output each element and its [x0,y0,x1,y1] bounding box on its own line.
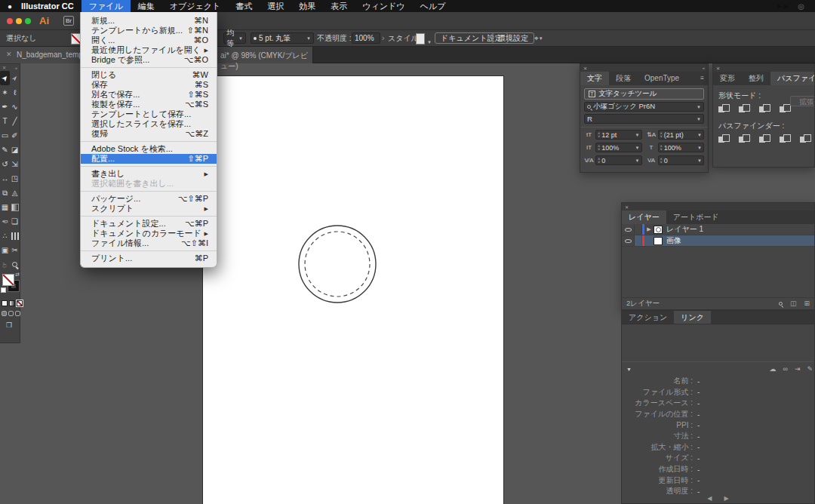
stepper-icon[interactable]: ∧∨ [598,145,600,151]
menubar-sync-icon[interactable]: ◎ [798,2,804,11]
line-segment-tool-icon[interactable]: ╱ [10,114,20,128]
magic-wand-tool-icon[interactable]: ✶ [0,85,10,100]
zoom-tool-icon[interactable] [10,257,20,272]
screen-mode-button[interactable]: ❐ [6,321,12,329]
color-mode-button[interactable] [2,300,8,306]
previous-link-icon[interactable]: ◀ [707,495,712,502]
close-panel-icon[interactable]: ✕ [2,65,6,70]
rectangle-tool-icon[interactable]: ▭ [0,128,10,143]
fill-color-indicator[interactable] [2,274,14,286]
locate-object-icon[interactable] [779,300,783,307]
pen-tool-icon[interactable]: ✒ [0,100,10,114]
leading-field[interactable]: ∧∨(21 pt)▼ [658,130,705,140]
stepper-icon[interactable]: ∧∨ [660,145,663,151]
rotate-tool-icon[interactable]: ↺ [0,157,10,171]
tab-opentype[interactable]: OpenType [638,72,686,85]
menubar-item-ファイル[interactable]: ファイル [82,0,131,12]
stroke-profile-dropdown[interactable]: 均等▼ [223,32,246,44]
expand-button[interactable]: 拡張 [790,96,815,106]
tab-transform[interactable]: 変形 [713,72,742,85]
tab-actions[interactable]: アクション [622,311,674,324]
menubar-item-オブジェクト[interactable]: オブジェクト [162,0,229,12]
shape-builder-tool-icon[interactable]: ⧉ [0,186,10,200]
eraser-tool-icon[interactable]: ◪ [10,143,20,157]
bridge-icon[interactable]: Br [63,16,74,26]
slice-tool-icon[interactable]: ✂ [10,243,20,257]
chevron-down-icon[interactable]: ▼ [427,36,432,48]
menubar-item-編集[interactable]: 編集 [131,0,162,12]
symbol-sprayer-tool-icon[interactable]: ∴ [0,229,10,243]
layer-thumbnail[interactable] [654,237,663,245]
close-panel-icon[interactable]: ✕ [625,204,629,210]
menubar-item-効果[interactable]: 効果 [291,0,323,12]
layer-name[interactable]: 画像 [666,235,681,246]
minimize-window-button[interactable] [16,18,22,24]
apple-icon[interactable]: ● [0,2,20,11]
visibility-toggle[interactable] [622,224,635,235]
blend-tool-icon[interactable]: ❏ [10,214,20,229]
panel-menu-icon[interactable]: ≡ [697,72,708,85]
file-menu-item[interactable]: プリント...⌘P [81,254,217,263]
style-swatch[interactable] [416,33,425,45]
relink-from-cc-icon[interactable]: ☁ [769,365,776,373]
zoom-window-button[interactable] [25,18,31,24]
free-transform-tool-icon[interactable]: ◳ [10,171,20,186]
menubar-item-ヘルプ[interactable]: ヘルプ [413,0,454,12]
perspective-grid-tool-icon[interactable]: ◬ [10,186,20,200]
draw-inside-mode-button[interactable] [15,311,20,316]
close-window-button[interactable] [7,18,13,24]
width-tool-icon[interactable]: ↔ [0,171,10,186]
new-sublayer-icon[interactable]: ◫ [790,300,797,307]
next-link-icon[interactable]: ▶ [724,495,729,502]
new-layer-icon[interactable]: ⊞ [804,300,810,307]
preferences-button[interactable]: 環境設定 [492,32,534,44]
selection-tool-icon[interactable]: ➤ [0,71,10,85]
file-menu-item[interactable]: スクリプト▶ [81,204,217,214]
collapse-panel-icon[interactable]: « [703,66,705,70]
relink-icon[interactable]: ∞ [783,365,787,373]
tab-artboards[interactable]: アートボード [666,211,726,224]
horizontal-scale-field[interactable]: ∧∨100%▼ [658,143,705,152]
lasso-tool-icon[interactable]: ℓ [10,85,20,100]
hand-tool-icon[interactable]: ☞ [0,257,10,272]
draw-normal-mode-button[interactable] [2,311,7,316]
tracking-field[interactable]: ∧∨0▼ [658,155,705,165]
swap-fill-stroke-icon[interactable]: ⇄ [15,272,20,278]
tab-pathfinder[interactable]: パスファインダー [770,72,815,85]
menubar-flow-icon[interactable]: ➤➤ [777,2,789,11]
go-to-link-icon[interactable]: ⇥ [795,365,801,373]
shape-mode-icon-1[interactable] [718,104,730,113]
kerning-field[interactable]: ∧∨0▼ [595,155,642,165]
workspace-icon[interactable]: ⌖ ▼ [534,32,543,44]
stepper-icon[interactable]: ∧∨ [598,158,600,164]
shape-mode-icon-2[interactable] [739,104,750,113]
pathfinder-icon-3[interactable] [759,134,770,143]
scale-tool-icon[interactable]: ⇲ [10,157,20,171]
font-family-field[interactable]: 小塚ゴシック Pr6N ▼ [584,102,704,112]
layer-name[interactable]: レイヤー 1 [666,224,703,235]
file-menu-item[interactable]: 復帰⌥⌘Z [81,129,217,139]
pencil-tool-icon[interactable]: ✎ [0,143,10,157]
pathfinder-icon-1[interactable] [718,134,730,143]
shape-mode-icon-3[interactable] [759,104,770,113]
file-menu-item[interactable]: ファイル情報...⌥⇧⌘I [81,238,217,248]
pathfinder-icon-2[interactable] [739,134,750,143]
stepper-icon[interactable]: ∧∨ [660,158,663,164]
close-panel-icon[interactable]: ✕ [583,66,587,71]
direct-selection-tool-icon[interactable]: ➢ [10,71,20,85]
tab-layers[interactable]: レイヤー [622,211,666,224]
stepper-icon[interactable]: ∧∨ [660,132,663,138]
collapse-panel-icon[interactable]: « [15,66,17,70]
layer-thumbnail[interactable] [654,226,663,234]
curvature-tool-icon[interactable]: ∿ [10,100,20,114]
font-size-field[interactable]: ∧∨12 pt▼ [595,130,642,140]
file-menu-item[interactable]: Bridge で参照...⌥⌘O [81,55,217,65]
file-menu-item-place[interactable]: 配置...⇧⌘P [81,154,217,164]
tab-align[interactable]: 整列 [742,72,770,85]
touch-type-tool-button[interactable]: T 文字タッチツール [584,88,704,100]
tab-links[interactable]: リンク [674,311,711,324]
tab-paragraph[interactable]: 段落 [609,72,638,85]
edit-original-icon[interactable]: ✎ [807,365,813,373]
default-fill-stroke-icon[interactable] [1,287,6,293]
app-menu[interactable]: Illustrator CC [20,2,82,11]
